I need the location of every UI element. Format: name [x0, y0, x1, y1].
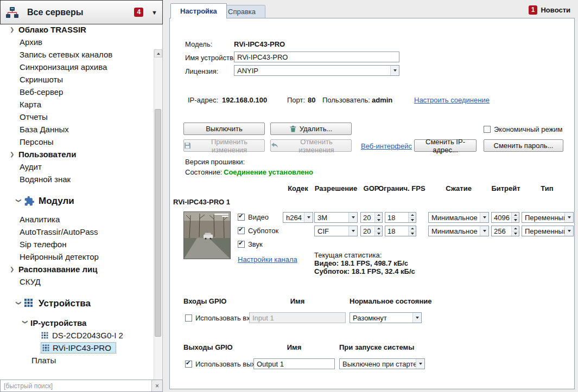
delete-button[interactable]: Удалить... — [270, 123, 352, 135]
sidebar-tree: ❯Облако TRASSIRАрхивЗапись сетевых канал… — [0, 24, 153, 367]
sidebar-item-sip-телефон[interactable]: Sip телефон — [0, 238, 153, 250]
sidebar-item-ds-2cd2043g0-i-2[interactable]: DS-2CD2043G0-I 2 — [0, 329, 153, 342]
chevron-right-icon[interactable]: ❯ — [10, 266, 18, 272]
sidebar-item-rvi-ipc43-pro[interactable]: RVi-IPC43-PRO — [0, 342, 153, 354]
use-output-checkbox[interactable]: Использовать выход — [185, 360, 263, 368]
eco-mode-checkbox[interactable]: Экономичный режим — [484, 125, 562, 133]
quick-search-input[interactable] — [1, 380, 151, 391]
revert-changes-button[interactable]: Отменить изменения — [270, 139, 352, 152]
sidebar-item-скриншоты[interactable]: Скриншоты — [0, 73, 153, 86]
device-name-input[interactable] — [234, 52, 399, 62]
use-input-checkbox[interactable]: Использовать вход — [185, 314, 258, 322]
substream-bitrate-type-select[interactable]: Переменный — [522, 226, 574, 236]
stats-substream: Субпоток: 18.1 FPS, 32.4 кБ/с — [314, 267, 415, 275]
scroll-up-icon[interactable] — [154, 49, 162, 57]
status-label: Состояние: — [185, 168, 222, 176]
tab-settings[interactable]: Настройка — [170, 3, 227, 18]
gpio-inputs-state-column: Нормальное состояние — [350, 297, 432, 305]
sidebar-item-аналитика[interactable]: Аналитика — [0, 213, 153, 226]
apply-changes-button[interactable]: Применить изменения — [183, 139, 265, 152]
substream-fps-stepper[interactable]: 18 — [385, 226, 416, 236]
sidebar-item-скуд[interactable]: СКУД — [0, 275, 153, 288]
web-interface-link[interactable]: Веб-интерфейс — [361, 142, 412, 150]
stats-video: Видео: 18.1 FPS, 498.7 кБ/с — [314, 259, 408, 267]
substream-checkbox[interactable]: Субпоток — [238, 227, 278, 235]
bitrate-stepper[interactable]: 4096 — [491, 212, 519, 223]
sidebar-scrollbar[interactable] — [154, 49, 162, 380]
video-checkbox[interactable]: Видео — [238, 213, 269, 221]
clear-search-icon[interactable]: × — [151, 380, 162, 391]
sidebar-item-запись-сетевых-каналов[interactable]: Запись сетевых каналов — [0, 48, 153, 61]
gpio-inputs-name-column: Имя — [249, 297, 346, 305]
change-ip-button[interactable]: Сменить IP-адрес... — [414, 139, 477, 152]
camera-preview[interactable] — [183, 211, 231, 259]
sidebar-item-карта[interactable]: Карта — [0, 98, 153, 111]
license-select[interactable]: ANYIP — [234, 65, 399, 76]
fps-limit-stepper[interactable]: 18 — [385, 212, 416, 223]
gpio-input-state-select[interactable]: Разомкнут — [350, 312, 422, 323]
gpio-output-name-field[interactable] — [253, 358, 335, 369]
substream-gop-stepper[interactable]: 20 — [360, 226, 383, 236]
gpio-output-state-select[interactable]: Выключено при старте — [339, 358, 425, 369]
substream-resolution-select[interactable]: CIF — [314, 226, 358, 236]
sidebar-item-персоны[interactable]: Персоны — [0, 136, 153, 148]
configure-connection-link[interactable]: Настроить соединение — [414, 96, 490, 104]
port-label: Порт: — [287, 96, 305, 104]
chevron-down-icon[interactable]: ❯ — [16, 198, 22, 207]
chevron-down-icon[interactable]: ▼ — [148, 9, 157, 16]
sidebar-item-пользователи[interactable]: ❯Пользователи — [0, 148, 153, 160]
sidebar-item-отчеты[interactable]: Отчеты — [0, 111, 153, 123]
scrollbar-thumb[interactable] — [155, 109, 161, 337]
chevron-down-icon[interactable]: ❯ — [22, 320, 28, 329]
chevron-right-icon[interactable]: ❯ — [10, 27, 18, 33]
codec-select[interactable]: h264 — [283, 212, 313, 223]
substream-compression-select[interactable]: Минимальное — [428, 226, 489, 236]
sidebar-item-ip-устройства[interactable]: ❯IP-устройства — [0, 317, 153, 329]
trash-icon — [290, 125, 296, 132]
gpio-input-name-field[interactable] — [249, 312, 346, 323]
compression-select[interactable]: Минимальное — [428, 212, 489, 223]
undo-arrow-icon — [271, 143, 278, 149]
sidebar-item-платы[interactable]: Платы — [0, 354, 153, 367]
sidebar-item-база-данных[interactable]: База Данных — [0, 123, 153, 136]
gop-stepper[interactable]: 20 — [360, 212, 383, 223]
gpio-outputs-title: Выходы GPIO — [183, 343, 233, 351]
sidebar-item-архив[interactable]: Архив — [0, 36, 153, 48]
sidebar-item-autotrassir-autopass[interactable]: AutoTrassir/AutoPass — [0, 226, 153, 238]
sidebar-item-распознавание-лиц[interactable]: ❯Распознавание лиц — [0, 263, 153, 275]
license-label: Лицензия: — [185, 67, 218, 75]
substream-bitrate-stepper[interactable]: 256 — [491, 226, 519, 236]
chevron-down-icon[interactable]: ❯ — [16, 300, 22, 309]
column-resolution: Разрешение — [314, 184, 358, 192]
user-label: Пользователь: — [322, 96, 370, 104]
sidebar-item-синхронизация-архива[interactable]: Синхронизация архива — [0, 61, 153, 73]
sidebar: Все серверы 4 ▼ ❯Облако TRASSIRАрхивЗапи… — [0, 0, 163, 392]
application-window: Все серверы 4 ▼ ❯Облако TRASSIRАрхивЗапи… — [0, 0, 578, 392]
sidebar-item-водяной-знак[interactable]: Водяной знак — [0, 173, 153, 185]
bitrate-type-select[interactable]: Переменный — [522, 212, 574, 223]
news-indicator[interactable]: 1 Новости — [529, 5, 570, 15]
resolution-select[interactable]: 3M — [314, 212, 358, 223]
sidebar-item-нейронный-детектор[interactable]: Нейронный детектор — [0, 250, 153, 263]
change-password-button[interactable]: Сменить пароль... — [484, 139, 563, 152]
gpio-outputs-state-column: При запуске системы — [339, 343, 414, 351]
stats-title: Текущая статистика: — [314, 251, 382, 259]
server-selector[interactable]: Все серверы 4 ▼ — [0, 0, 163, 24]
chevron-right-icon[interactable]: ❯ — [10, 151, 18, 157]
ip-label: IP-адрес: — [188, 96, 218, 104]
puzzle-icon — [24, 196, 35, 207]
disable-button[interactable]: Выключить — [183, 123, 265, 135]
sidebar-item-модули[interactable]: ❯Модули — [0, 192, 153, 210]
sound-checkbox[interactable]: Звук — [238, 240, 263, 248]
gpio-inputs-title: Входы GPIO — [183, 297, 226, 305]
sidebar-item-веб-сервер[interactable]: Веб-сервер — [0, 86, 153, 98]
chevron-down-icon — [390, 66, 399, 75]
tab-bar: Настройка Справка 1 Новости — [169, 3, 575, 18]
channel-settings-link[interactable]: Настройки канала — [238, 255, 297, 264]
model-value: RVi-IPC43-PRO — [234, 40, 285, 48]
save-icon — [184, 142, 191, 149]
sidebar-item-аудит[interactable]: Аудит — [0, 160, 153, 173]
column-compression: Сжатие — [428, 184, 489, 192]
sidebar-item-облако-trassir[interactable]: ❯Облако TRASSIR — [0, 24, 153, 36]
sidebar-item-устройства[interactable]: ❯Устройства — [0, 294, 153, 313]
